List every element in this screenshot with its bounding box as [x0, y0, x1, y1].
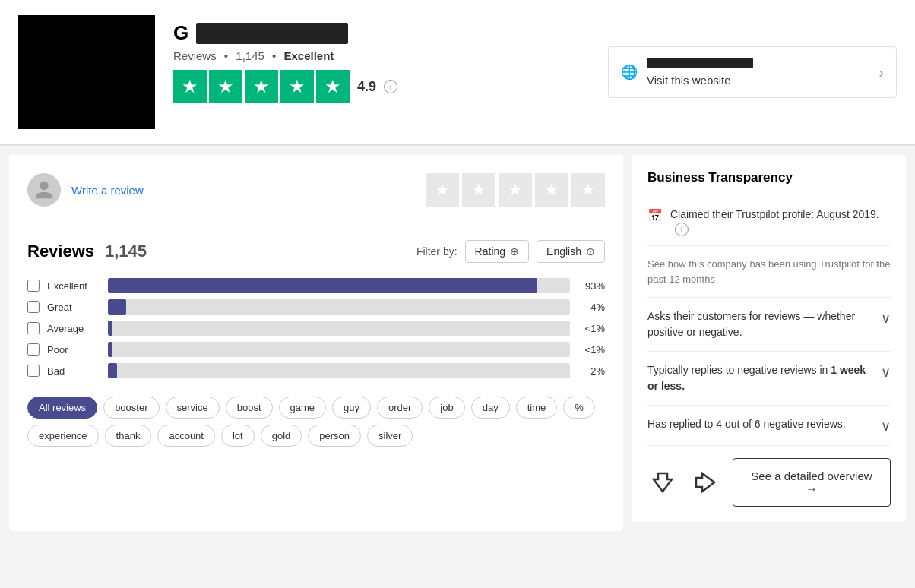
rating-label: Excellent — [283, 49, 334, 62]
tag-btn-day[interactable]: day — [471, 397, 510, 419]
reviews-label: Reviews — [173, 49, 217, 62]
bar-fill-2 — [108, 321, 112, 336]
tag-btn-order[interactable]: order — [377, 397, 423, 419]
rating-bar-row-1[interactable]: Great 4% — [27, 299, 605, 315]
rating-checkbox-2[interactable] — [27, 322, 40, 334]
tag-btn-experience[interactable]: experience — [27, 425, 99, 447]
tag-btn-gold[interactable]: gold — [261, 425, 302, 447]
bar-percent-3: <1% — [578, 344, 605, 356]
transparency-item-1[interactable]: Asks their customers for reviews — wheth… — [647, 298, 891, 352]
transparency-item-2-text: Typically replies to negative reviews in… — [647, 362, 881, 394]
svg-marker-1 — [696, 473, 714, 492]
tag-btn-thank[interactable]: thank — [105, 425, 152, 447]
tag-btn-boost[interactable]: boost — [226, 397, 273, 419]
tag-btn-all-reviews[interactable]: All reviews — [27, 397, 97, 419]
rating-bar-row-3[interactable]: Poor <1% — [27, 342, 605, 357]
rating-checkbox-0[interactable] — [27, 280, 40, 292]
visit-website-card[interactable]: 🌐 Visit this website › — [608, 46, 897, 98]
star-3: ★ — [245, 70, 278, 103]
star-icon-2: ★ — [217, 76, 234, 97]
bar-percent-4: 2% — [578, 365, 605, 377]
empty-star-icon-4: ★ — [544, 180, 559, 200]
dot-separator: • — [224, 49, 228, 62]
detailed-overview-section: See a detailed overview → — [647, 458, 891, 507]
claimed-info-icon[interactable]: i — [675, 223, 689, 236]
rating-bars: Excellent 93% Great 4% Average <1% Poor — [27, 278, 605, 378]
rating-info-icon[interactable]: i — [384, 80, 397, 93]
star-2: ★ — [209, 70, 242, 103]
trustpilot-usage-text: See how this company has been using Trus… — [647, 246, 891, 298]
rating-number: 4.9 — [357, 79, 376, 95]
rating-bar-row-4[interactable]: Bad 2% — [27, 363, 605, 378]
bar-container-2 — [108, 321, 570, 336]
reviews-count: 1,145 — [105, 242, 147, 261]
claimed-text: Claimed their Trustpilot profile: August… — [670, 208, 879, 220]
company-name-redacted — [196, 23, 348, 44]
rating-checkbox-4[interactable] — [27, 365, 40, 377]
empty-star-5: ★ — [571, 173, 605, 207]
claimed-text-wrapper: Claimed their Trustpilot profile: August… — [670, 207, 891, 236]
chevron-down-icon: ⊙ — [586, 245, 595, 258]
company-logo — [18, 15, 155, 129]
tag-btn-guy[interactable]: guy — [332, 397, 371, 419]
language-filter-btn[interactable]: English ⊙ — [537, 240, 605, 263]
bar-container-3 — [108, 342, 570, 357]
transparency-card: Business Transparency 📅 Claimed their Tr… — [632, 155, 906, 522]
tag-btn-game[interactable]: game — [279, 397, 327, 419]
empty-star-icon-5: ★ — [581, 180, 596, 200]
language-filter-label: English — [546, 245, 581, 258]
tag-btn-silver[interactable]: silver — [367, 425, 413, 447]
tag-btn-%[interactable]: % — [563, 397, 595, 419]
empty-star-2: ★ — [462, 173, 495, 207]
globe-icon: 🌐 — [621, 64, 638, 81]
rating-label-1: Great — [47, 302, 100, 313]
bar-fill-0 — [108, 278, 537, 293]
tag-btn-time[interactable]: time — [516, 397, 558, 419]
empty-star-icon-2: ★ — [471, 180, 486, 200]
write-review-link[interactable]: Write a review — [71, 184, 144, 197]
empty-star-4: ★ — [535, 173, 568, 207]
bar-container-1 — [108, 299, 570, 315]
rating-label-4: Bad — [47, 365, 100, 377]
rating-bar-row-2[interactable]: Average <1% — [27, 321, 605, 336]
write-review-left: Write a review — [27, 173, 144, 207]
rating-checkbox-1[interactable] — [27, 301, 40, 313]
bar-percent-1: 4% — [578, 302, 605, 313]
tag-btn-service[interactable]: service — [166, 397, 220, 419]
tag-btn-account[interactable]: account — [157, 425, 215, 447]
filter-row: Filter by: Rating ⊕ English ⊙ — [416, 240, 605, 263]
top-section: G Reviews • 1,145 • Excellent ★ ★ ★ ★ ★ … — [0, 0, 915, 145]
rating-label-2: Average — [47, 323, 100, 334]
tag-btn-booster[interactable]: booster — [103, 397, 159, 419]
empty-star-1: ★ — [426, 173, 459, 207]
svg-marker-0 — [654, 473, 672, 492]
tag-btn-lot[interactable]: lot — [221, 425, 255, 447]
reviews-header: Reviews 1,145 Filter by: Rating ⊕ Englis… — [27, 240, 605, 263]
rating-filter-btn[interactable]: Rating ⊕ — [465, 240, 529, 263]
transparency-item-3[interactable]: Has replied to 4 out of 6 negative revie… — [647, 406, 891, 446]
empty-star-icon-1: ★ — [435, 180, 450, 200]
left-panel: Write a review ★ ★ ★ ★ ★ Reviews 1,145 F… — [9, 155, 623, 531]
claimed-row: 📅 Claimed their Trustpilot profile: Augu… — [647, 198, 891, 246]
tag-btn-person[interactable]: person — [308, 425, 361, 447]
rating-bar-row-0[interactable]: Excellent 93% — [27, 278, 605, 293]
transparency-item-1-text: Asks their customers for reviews — wheth… — [647, 308, 881, 340]
main-content: Write a review ★ ★ ★ ★ ★ Reviews 1,145 F… — [0, 146, 915, 540]
arrow-down-icon — [647, 467, 678, 498]
tag-btn-job[interactable]: job — [429, 397, 464, 419]
website-url-redacted — [647, 58, 753, 68]
rating-checkbox-3[interactable] — [27, 343, 40, 356]
empty-star-icon-3: ★ — [508, 180, 523, 200]
transparency-item-2[interactable]: Typically replies to negative reviews in… — [647, 352, 891, 406]
bar-fill-4 — [108, 363, 117, 378]
star-1: ★ — [173, 70, 207, 103]
visit-website-content: Visit this website — [647, 58, 869, 87]
empty-stars: ★ ★ ★ ★ ★ — [426, 173, 605, 207]
empty-star-3: ★ — [499, 173, 532, 207]
filter-by-label: Filter by: — [416, 245, 458, 258]
company-name-letter: G — [173, 21, 188, 45]
tag-filters: All reviewsboosterserviceboostgameguyord… — [27, 397, 605, 447]
avatar — [27, 173, 61, 207]
overview-btn[interactable]: See a detailed overview → — [733, 458, 891, 507]
chevron-down-icon-1: ∨ — [881, 310, 891, 327]
